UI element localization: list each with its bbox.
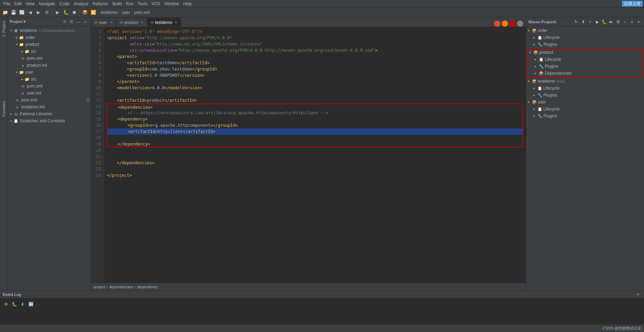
upload-button[interactable]: 边搜上传: [622, 1, 643, 7]
maven-add-icon[interactable]: +: [587, 19, 593, 25]
tree-arrow-src-product[interactable]: ▸: [20, 49, 24, 53]
tree-item-order[interactable]: ▸ 📁 order: [8, 34, 91, 41]
maven-arrow-product-plugins[interactable]: ▸: [535, 65, 539, 68]
toolbar-back[interactable]: ◀: [26, 9, 34, 16]
event-log-icon-4[interactable]: 🔤: [28, 301, 34, 307]
menu-code[interactable]: Code: [57, 1, 71, 6]
maven-item-product-plugins[interactable]: ▸ 🔧 Plugins: [528, 63, 643, 70]
maven-arrow-testdemo-plugins[interactable]: ▸: [533, 93, 537, 97]
sidebar-scope-icon[interactable]: ⊙: [61, 19, 68, 25]
tree-item-pom-product[interactable]: m pom.xml: [8, 55, 91, 62]
tree-item-src-user[interactable]: ▸ 📁 src: [8, 76, 91, 83]
toolbar-stop[interactable]: ⏹: [70, 9, 78, 16]
tree-item-product-iml[interactable]: ◈ product.iml: [8, 62, 91, 69]
maven-arrow-testdemo[interactable]: ▾: [528, 80, 532, 83]
tree-item-pom-user[interactable]: m pom.xml: [8, 83, 91, 90]
maven-arrow-user[interactable]: ▾: [528, 100, 532, 104]
menu-window[interactable]: Window: [162, 1, 181, 6]
tab-close-testdemo[interactable]: ×: [175, 20, 177, 24]
toolbar-debug[interactable]: 🐛: [62, 9, 70, 16]
maven-debug-icon[interactable]: 🐛: [601, 19, 607, 25]
menu-analyze[interactable]: Analyze: [71, 1, 91, 6]
maven-item-product-lifecycle[interactable]: ▸ 📋 Lifecycle: [528, 56, 643, 63]
maven-arrow-order[interactable]: ▾: [528, 29, 532, 32]
tree-item-user[interactable]: ▾ 📁 user: [8, 69, 91, 76]
maven-item-product[interactable]: ▾ 📦 product: [528, 49, 643, 56]
maven-item-order-lifecycle[interactable]: ▸ 📋 Lifecycle: [526, 34, 644, 41]
menu-edit[interactable]: Edit: [12, 1, 24, 6]
tree-item-scratches[interactable]: ▸ 📋 Scratches and Consoles: [8, 117, 91, 124]
code-editor[interactable]: <?xml version="1.0" encoding="UTF-8"?> <…: [104, 27, 526, 283]
favorites-icon[interactable]: Favorites: [1, 106, 7, 112]
project-tab[interactable]: 1: Project: [1, 19, 7, 39]
breadcrumb-pom[interactable]: pom.xml: [134, 10, 150, 15]
sidebar-close-icon[interactable]: ×: [82, 19, 88, 25]
event-log-icon-2[interactable]: 🐛: [11, 301, 17, 307]
toolbar-settings[interactable]: ⚙: [43, 9, 51, 16]
tree-arrow-product[interactable]: ▾: [15, 42, 19, 47]
breadcrumb-testdemo[interactable]: testdemo: [101, 10, 118, 15]
tree-arrow-order[interactable]: ▸: [15, 35, 19, 40]
toolbar-run[interactable]: ▶: [54, 9, 61, 16]
maven-run-icon[interactable]: ▶: [594, 19, 600, 25]
maven-item-user-lifecycle[interactable]: ▸ 📋 Lifecycle: [526, 106, 644, 113]
maven-item-product-deps[interactable]: ▸ 📦 Dependencies: [528, 70, 643, 77]
tree-arrow-src-user[interactable]: ▸: [20, 77, 24, 81]
maven-item-user[interactable]: ▾ 📦 user: [526, 99, 644, 106]
maven-item-user-plugins[interactable]: ▸ 🔧 Plugins: [526, 113, 644, 119]
tree-item-product[interactable]: ▾ 📁 product: [8, 41, 91, 48]
breadcrumb-user[interactable]: user: [122, 10, 130, 15]
sidebar-settings-icon[interactable]: ☰: [68, 19, 75, 25]
toolbar-maven[interactable]: 📦: [81, 9, 89, 16]
maven-close-icon[interactable]: ×: [636, 19, 642, 25]
tree-arrow-scratches[interactable]: ▸: [9, 119, 13, 123]
event-log-close-icon[interactable]: ×: [635, 291, 641, 298]
maven-arrow-user-lifecycle[interactable]: ▸: [533, 107, 537, 111]
maven-item-order-plugins[interactable]: ▸ 🔧 Plugins: [526, 41, 644, 48]
toolbar-forward[interactable]: ▶: [35, 9, 42, 16]
tree-item-pom-root[interactable]: m pom.xml: [8, 97, 91, 103]
maven-item-testdemo-lifecycle[interactable]: ▸ 📋 Lifecycle: [526, 85, 644, 92]
breadcrumb-dependency[interactable]: dependency: [137, 285, 158, 289]
maven-item-order[interactable]: ▾ 📦 order: [526, 27, 644, 34]
tree-arrow-ext-libs[interactable]: ▸: [9, 112, 13, 116]
menu-build[interactable]: Build: [110, 1, 124, 6]
tree-item-ext-libs[interactable]: ▸ 🗂 External Libraries: [8, 110, 91, 117]
tab-testdemo[interactable]: m testdemo ×: [147, 18, 181, 27]
maven-filter-icon[interactable]: ≡: [629, 19, 635, 25]
breadcrumb-dependencies[interactable]: dependencies: [109, 285, 133, 289]
maven-arrow-order-plugins[interactable]: ▸: [533, 43, 537, 46]
tree-arrow-user[interactable]: ▾: [15, 70, 19, 74]
menu-run[interactable]: Run: [124, 1, 136, 6]
maven-arrow-testdemo-lifecycle[interactable]: ▸: [533, 86, 537, 90]
sidebar-collapse-icon[interactable]: —: [75, 19, 82, 25]
maven-arrow-product-lifecycle[interactable]: ▸: [535, 58, 539, 61]
toolbar-git[interactable]: 🔀: [90, 9, 97, 16]
toolbar-save[interactable]: 💾: [10, 9, 17, 16]
maven-item-testdemo-plugins[interactable]: ▸ 🔧 Plugins: [526, 92, 644, 99]
toolbar-open[interactable]: 📁: [1, 9, 9, 16]
maven-arrow-product-deps[interactable]: ▸: [535, 72, 539, 75]
tree-item-testdemo[interactable]: ▾ ◼ testdemo C:\ZTools\test\testdemo: [8, 27, 91, 34]
menu-help[interactable]: Help: [181, 1, 194, 6]
menu-refactor[interactable]: Refactor: [91, 1, 110, 6]
maven-skip-icon[interactable]: ⏭: [608, 19, 614, 25]
tree-item-user-iml[interactable]: ◈ user.iml: [8, 90, 91, 97]
event-log-icon-1[interactable]: ⚙: [3, 301, 9, 307]
menu-navigate[interactable]: Navigate: [37, 1, 57, 6]
tree-item-src-product[interactable]: ▸ 📁 src: [8, 48, 91, 55]
maven-arrow-product[interactable]: ▾: [529, 51, 533, 54]
event-log-icon-3[interactable]: ⬇: [19, 301, 26, 307]
maven-toggle-icon[interactable]: ⚙: [615, 19, 621, 25]
tree-item-testdemo-iml[interactable]: ◈ testdemo.iml: [8, 103, 91, 110]
toolbar-sync[interactable]: 🔄: [18, 9, 26, 16]
tab-close-user[interactable]: ×: [110, 20, 112, 24]
tab-product[interactable]: m product ×: [116, 18, 147, 27]
maven-arrow-order-lifecycle[interactable]: ▸: [533, 36, 537, 39]
tree-arrow-testdemo[interactable]: ▾: [9, 28, 13, 33]
menu-tools[interactable]: Tools: [136, 1, 150, 6]
tab-user[interactable]: m user ×: [91, 18, 116, 27]
menu-vcs[interactable]: VCS: [150, 1, 162, 6]
maven-download-icon[interactable]: ⬇: [580, 19, 586, 25]
tab-close-product[interactable]: ×: [141, 20, 143, 24]
